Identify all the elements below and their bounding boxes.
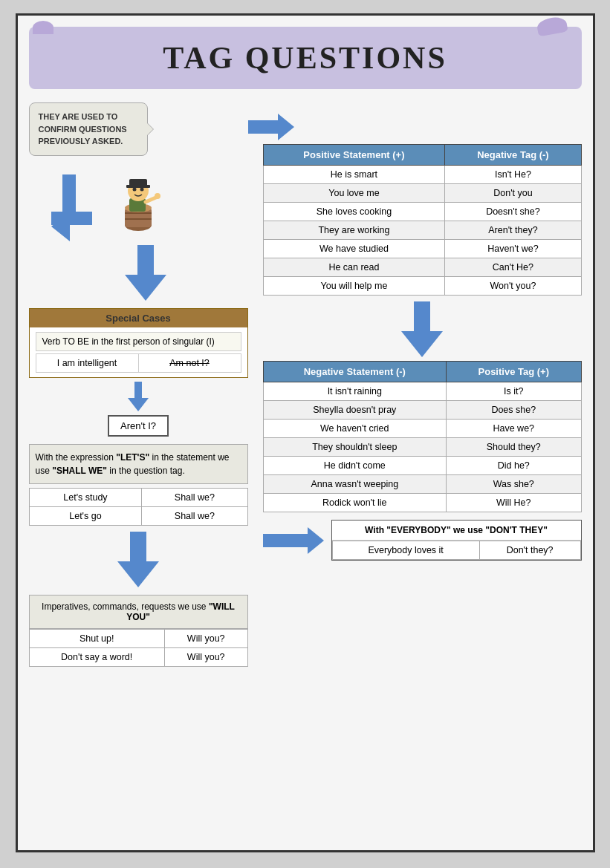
special-cases-body: Verb TO BE in the first person of singul… xyxy=(30,327,247,377)
positive-table-header-statement: Positive Statement (+) xyxy=(263,145,445,166)
positive-table-row: He can readCan't He? xyxy=(263,258,581,277)
imperatives-section: Imperatives, commands, requests we use "… xyxy=(29,595,248,667)
negative-tag-cell: Aren't they? xyxy=(445,221,581,240)
negative-table-row: It isn't rainingIs it? xyxy=(263,382,581,401)
negative-table-row: They shouldn't sleepShould they? xyxy=(263,438,581,457)
positive-table-row: She loves cookingDoesn't she? xyxy=(263,203,581,221)
positive-table-row: You love meDon't you xyxy=(263,184,581,203)
negative-statement-cell: Anna wasn't weeping xyxy=(263,475,447,494)
wrong-tag: Am not I? xyxy=(139,354,241,372)
positive-tag-cell: Did he? xyxy=(447,457,581,475)
special-cases-title: Special Cases xyxy=(106,313,170,324)
negative-statement-cell: Rodick won't lie xyxy=(263,494,447,512)
negative-tag-cell: Don't you xyxy=(445,184,581,203)
lets-description: With the expression "LET'S" in the state… xyxy=(29,444,248,484)
negative-table-header-tag: Positive Tag (+) xyxy=(447,362,581,382)
negative-tag-cell: Can't He? xyxy=(445,258,581,277)
left-column: THEY ARE USED TO CONFIRM QUESTIONS PREVI… xyxy=(29,102,248,667)
negative-tag-cell: Won't you? xyxy=(445,277,581,296)
lets-row-1: Let's study Shall we? xyxy=(29,488,247,506)
imperatives-row-2-statement: Don't say a word! xyxy=(29,647,164,666)
negative-table-header-statement: Negative Statement (-) xyxy=(263,362,447,382)
positive-statement-cell: You love me xyxy=(263,184,445,203)
character-illustration xyxy=(107,167,166,234)
positive-statement-cell: She loves cooking xyxy=(263,203,445,221)
negative-table-header-row: Negative Statement (-) Positive Tag (+) xyxy=(263,362,581,382)
positive-tag-cell: Should they? xyxy=(447,438,581,457)
positive-table-row: They are workingAren't they? xyxy=(263,221,581,240)
lets-section: With the expression "LET'S" in the state… xyxy=(29,444,248,526)
imperatives-row-2: Don't say a word! Will you? xyxy=(29,647,247,666)
everybody-header: With "EVERYBODY" we use "DON'T THEY" xyxy=(332,521,581,541)
imperatives-row-1-tag: Will you? xyxy=(164,629,247,647)
correct-tag-box: Aren't I? xyxy=(108,415,169,437)
scroll-curl-left xyxy=(33,21,53,34)
imperatives-table: Shut up! Will you? Don't say a word! Wil… xyxy=(29,629,248,667)
speech-bubble: THEY ARE USED TO CONFIRM QUESTIONS PREVI… xyxy=(29,102,148,156)
negative-tag-cell: Doesn't she? xyxy=(445,203,581,221)
strikethrough-tag: Am not I? xyxy=(169,358,210,368)
svg-rect-8 xyxy=(126,185,150,188)
everybody-section: With "EVERYBODY" we use "DON'T THEY" Eve… xyxy=(331,520,582,561)
lets-row-2-tag: Shall we? xyxy=(142,506,247,525)
negative-table-row: Anna wasn't weepingWas she? xyxy=(263,475,581,494)
down-arrow-big-2 xyxy=(29,532,248,587)
positive-table-row: You will help meWon't you? xyxy=(263,277,581,296)
down-arrow-small xyxy=(29,382,248,411)
page: TAG QUESTIONS THEY ARE USED TO CONFIRM Q… xyxy=(16,13,595,852)
negative-statement-cell: Sheylla doesn't pray xyxy=(263,401,447,420)
everybody-statement: Everybody loves it xyxy=(332,541,479,560)
definition-text: THEY ARE USED TO CONFIRM QUESTIONS PREVI… xyxy=(39,112,127,146)
scroll-curl-right xyxy=(536,16,568,37)
negative-tag-cell: Haven't we? xyxy=(445,240,581,258)
negative-table-row: Sheylla doesn't prayDoes she? xyxy=(263,401,581,420)
everybody-row: With "EVERYBODY" we use "DON'T THEY" Eve… xyxy=(263,520,582,561)
svg-point-12 xyxy=(155,193,160,199)
negative-table-row: Rodick won't lieWill He? xyxy=(263,494,581,512)
imperatives-description: Imperatives, commands, requests we use "… xyxy=(29,595,248,629)
positive-table: Positive Statement (+) Negative Tag (-) … xyxy=(263,144,582,296)
negative-table-row: We haven't criedHave we? xyxy=(263,420,581,438)
special-cases-example-row: I am intelligent Am not I? xyxy=(36,353,241,373)
positive-statement-cell: We have studied xyxy=(263,240,445,258)
scroll-body: TAG QUESTIONS xyxy=(29,27,582,89)
negative-table-row: He didn't comeDid he? xyxy=(263,457,581,475)
svg-point-9 xyxy=(132,187,136,191)
svg-point-10 xyxy=(140,187,143,191)
positive-table-row: He is smartIsn't He? xyxy=(263,166,581,184)
down-left-arrow xyxy=(51,174,92,241)
down-arrow-right xyxy=(263,301,582,357)
everybody-row-1: Everybody loves it Don't they? xyxy=(332,541,580,560)
imperatives-row-2-tag: Will you? xyxy=(164,647,247,666)
everybody-table: Everybody loves it Don't they? xyxy=(332,541,581,560)
positive-statement-cell: He is smart xyxy=(263,166,445,184)
lets-row-1-tag: Shall we? xyxy=(142,488,247,506)
negative-statement-cell: They shouldn't sleep xyxy=(263,438,447,457)
positive-statement-cell: They are working xyxy=(263,221,445,240)
verb-to-be-label: Verb TO BE in the first person of singul… xyxy=(36,332,241,351)
right-column: Positive Statement (+) Negative Tag (-) … xyxy=(263,102,582,561)
negative-statement-cell: It isn't raining xyxy=(263,382,447,401)
positive-table-body: He is smartIsn't He?You love meDon't you… xyxy=(263,166,581,296)
negative-tag-cell: Isn't He? xyxy=(445,166,581,184)
special-cases-box: Special Cases Verb TO BE in the first pe… xyxy=(29,308,248,378)
negative-table-body: It isn't rainingIs it?Sheylla doesn't pr… xyxy=(263,382,581,512)
positive-tag-cell: Does she? xyxy=(447,401,581,420)
positive-table-row: We have studiedHaven't we? xyxy=(263,240,581,258)
example-statement: I am intelligent xyxy=(36,354,139,372)
lets-table: Let's study Shall we? Let's go Shall we? xyxy=(29,488,248,526)
imperatives-row-1-statement: Shut up! xyxy=(29,629,164,647)
everybody-tag: Don't they? xyxy=(479,541,580,560)
positive-tag-cell: Was she? xyxy=(447,475,581,494)
down-arrow-big xyxy=(44,245,248,301)
page-title: TAG QUESTIONS xyxy=(59,40,552,76)
correct-tag-container: Aren't I? xyxy=(29,415,248,437)
positive-statement-cell: You will help me xyxy=(263,277,445,296)
title-scroll: TAG QUESTIONS xyxy=(29,27,582,89)
positive-table-header-row: Positive Statement (+) Negative Tag (-) xyxy=(263,145,581,166)
special-cases-header: Special Cases xyxy=(30,309,247,327)
negative-table: Negative Statement (-) Positive Tag (+) … xyxy=(263,361,582,512)
lets-row-2-statement: Let's go xyxy=(29,506,142,525)
imperatives-row-1: Shut up! Will you? xyxy=(29,629,247,647)
lets-row-1-statement: Let's study xyxy=(29,488,142,506)
